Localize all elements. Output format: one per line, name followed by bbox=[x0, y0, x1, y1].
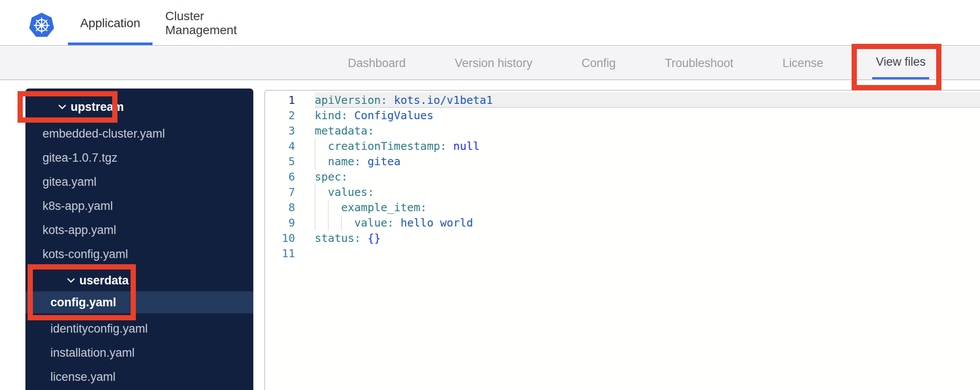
code-line: 1 apiVersion:kots.io/v1beta1 bbox=[265, 92, 980, 108]
line-number: 8 bbox=[265, 200, 295, 215]
code-line: 3 metadata: bbox=[265, 123, 980, 138]
folder-label: upstream bbox=[71, 100, 124, 114]
code-text: status:{} bbox=[315, 230, 980, 246]
line-number: 9 bbox=[265, 215, 295, 230]
code-text: spec: bbox=[315, 169, 980, 184]
kubernetes-logo-icon bbox=[28, 12, 55, 38]
code-text: creationTimestamp:null bbox=[315, 138, 980, 154]
file-embedded-cluster-yaml[interactable]: embedded-cluster.yaml bbox=[25, 123, 253, 145]
subtab-view-files[interactable]: View files bbox=[872, 47, 929, 79]
subtab-troubleshoot[interactable]: Troubleshoot bbox=[665, 47, 734, 79]
tab-application[interactable]: Application bbox=[68, 0, 153, 46]
indent-guide bbox=[328, 200, 329, 230]
active-tab-underline bbox=[68, 43, 153, 45]
code-text: kind:ConfigValues bbox=[315, 108, 980, 123]
tab-cluster-management[interactable]: Cluster Management bbox=[165, 0, 277, 46]
code-line: 8 example_item: bbox=[265, 200, 980, 215]
chevron-down-icon bbox=[67, 278, 75, 283]
code-line: 10 status:{} bbox=[265, 230, 980, 246]
primary-tabs: Application Cluster Management bbox=[68, 0, 277, 46]
line-number: 2 bbox=[265, 108, 295, 123]
subtab-dashboard[interactable]: Dashboard bbox=[348, 47, 406, 79]
tab-cluster-management-label: Cluster Management bbox=[165, 9, 277, 37]
folder-userdata[interactable]: userdata bbox=[25, 269, 253, 291]
code-text: apiVersion:kots.io/v1beta1 bbox=[315, 92, 980, 108]
code-line: 11 bbox=[265, 246, 980, 261]
file-gitea-tgz[interactable]: gitea-1.0.7.tgz bbox=[25, 147, 253, 169]
app-subnav: Dashboard Version history Config Trouble… bbox=[0, 47, 980, 80]
code-line: 9 value:hello world bbox=[265, 215, 980, 230]
indent-guide bbox=[315, 138, 316, 169]
line-number: 10 bbox=[265, 230, 295, 246]
tab-application-label: Application bbox=[80, 16, 140, 30]
line-number: 7 bbox=[265, 184, 295, 200]
code-text: name:gitea bbox=[315, 154, 980, 169]
line-number: 6 bbox=[265, 169, 295, 184]
code-text: metadata: bbox=[315, 123, 980, 138]
indent-guide bbox=[315, 184, 316, 230]
folder-upstream[interactable]: upstream bbox=[25, 96, 253, 118]
code-line: 7 values: bbox=[265, 184, 980, 200]
indent-guide bbox=[341, 215, 342, 230]
code-text: value:hello world bbox=[315, 215, 980, 230]
code-text: example_item: bbox=[315, 200, 980, 215]
code-text: values: bbox=[315, 184, 980, 200]
code-text bbox=[315, 246, 980, 261]
code-line: 6 spec: bbox=[265, 169, 980, 184]
file-tree-sidebar: upstream embedded-cluster.yaml gitea-1.0… bbox=[25, 89, 253, 390]
code-line: 5 name:gitea bbox=[265, 154, 980, 169]
folder-label: userdata bbox=[79, 274, 129, 287]
subtab-config[interactable]: Config bbox=[582, 47, 616, 79]
line-number: 11 bbox=[265, 246, 295, 261]
file-license-yaml[interactable]: license.yaml bbox=[25, 366, 253, 388]
file-identityconfig-yaml[interactable]: identityconfig.yaml bbox=[25, 318, 253, 340]
code-line: 2 kind:ConfigValues bbox=[265, 108, 980, 123]
top-bar: Application Cluster Management bbox=[0, 0, 980, 46]
chevron-down-icon bbox=[58, 104, 66, 110]
code-line: 4 creationTimestamp:null bbox=[265, 138, 980, 154]
code-editor[interactable]: 1 apiVersion:kots.io/v1beta1 2 kind:Conf… bbox=[264, 90, 980, 390]
file-gitea-yaml[interactable]: gitea.yaml bbox=[25, 171, 253, 193]
subtab-license[interactable]: License bbox=[782, 47, 823, 79]
file-kots-config-yaml[interactable]: kots-config.yaml bbox=[25, 243, 253, 265]
file-kots-app-yaml[interactable]: kots-app.yaml bbox=[25, 219, 253, 241]
line-number: 4 bbox=[265, 138, 295, 154]
file-k8s-app-yaml[interactable]: k8s-app.yaml bbox=[25, 195, 253, 217]
file-config-yaml-selected[interactable]: config.yaml bbox=[25, 291, 253, 313]
subtab-version-history[interactable]: Version history bbox=[455, 47, 533, 79]
line-number: 1 bbox=[265, 92, 295, 108]
file-installation-yaml[interactable]: installation.yaml bbox=[25, 342, 253, 364]
line-number: 3 bbox=[265, 123, 295, 138]
line-number: 5 bbox=[265, 154, 295, 169]
